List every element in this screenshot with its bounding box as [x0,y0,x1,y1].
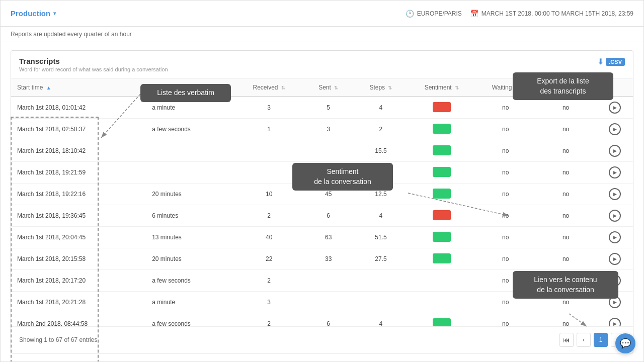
col-duration[interactable]: Duration ⇅ [146,79,236,97]
panel-header: Transcripts Word for word record of what… [11,51,633,79]
table-header-row: Start time ▲ Duration ⇅ Received ⇅ Sent … [11,79,633,97]
sentiment-badge-green [433,167,451,177]
cell-action: ▶ [597,119,633,140]
cell-start-time: March 1st 2018, 20:17:20 [11,270,146,292]
csv-label: .CSV [606,58,625,66]
table-row: March 1st 2018, 19:21:5937.5nono▶ [11,162,633,184]
cell-sentiment [407,270,476,292]
sort-icon: ⇅ [515,85,519,90]
cell-sentiment [407,140,476,162]
export-button[interactable]: ⬇ .CSV [597,57,625,66]
panel-title: Transcripts [19,57,168,65]
sentiment-badge-green [433,318,451,327]
play-button[interactable]: ▶ [609,188,621,200]
cell-received: 2 [236,205,302,227]
table-wrapper[interactable]: Start time ▲ Duration ⇅ Received ⇅ Sent … [11,79,633,326]
cell-start-time: March 1st 2018, 02:50:37 [11,119,146,140]
play-button[interactable]: ▶ [609,231,621,243]
timezone-label: EUROPE/PARIS [417,10,462,17]
table-row: March 1st 2018, 02:50:37a few seconds132… [11,119,633,140]
col-action [597,79,633,97]
play-button[interactable]: ▶ [609,275,621,287]
page-1-button[interactable]: 1 [594,333,608,347]
cell-sent [302,162,355,184]
col-handled[interactable]: Handled ⇅ [535,79,597,97]
cell-action: ▶ [597,248,633,270]
cell-waiting: no [476,119,535,140]
env-selector[interactable]: Production ▾ [11,9,56,18]
cell-received: 1 [236,119,302,140]
cell-waiting: no [476,184,535,205]
cell-sent [302,292,355,313]
play-button[interactable]: ▶ [609,210,621,222]
page-first-button[interactable]: ⏮ [559,333,574,347]
cell-handled: no [535,205,597,227]
cell-duration: a few seconds [146,119,236,140]
cell-handled: no [535,162,597,184]
table-row: March 1st 2018, 20:15:5820 minutes223327… [11,248,633,270]
cell-sentiment [407,313,476,327]
play-button[interactable]: ▶ [609,253,621,265]
play-button[interactable]: ▶ [609,102,621,114]
col-sent[interactable]: Sent ⇅ [302,79,355,97]
cell-sentiment [407,184,476,205]
table-footer: Showing 1 to 67 of 67 entries ⏮ ‹ 1 › [11,326,633,353]
cell-waiting: no [476,248,535,270]
play-button[interactable]: ▶ [609,318,621,326]
play-button[interactable]: ▶ [609,296,621,308]
table-row: March 1st 2018, 18:10:4215.5nono▶ [11,140,633,162]
col-start-time[interactable]: Start time ▲ [11,79,146,97]
cell-sentiment [407,227,476,248]
cell-waiting: no [476,313,535,327]
sentiment-badge-red [433,102,451,112]
chevron-down-icon: ▾ [53,11,56,16]
cell-start-time: March 1st 2018, 01:01:42 [11,97,146,119]
play-button[interactable]: ▶ [609,145,621,157]
col-waiting[interactable]: Waiting ⇅ [476,79,535,97]
cell-start-time: March 1st 2018, 19:36:45 [11,205,146,227]
cell-duration: a minute [146,292,236,313]
table-row: March 1st 2018, 19:36:456 minutes264nono… [11,205,633,227]
cell-steps [355,270,407,292]
cell-handled: no [535,292,597,313]
cell-received: 10 [236,184,302,205]
cell-steps [355,292,407,313]
cell-handled: no [535,227,597,248]
clock-icon: 🕐 [406,10,414,18]
cell-waiting: no [476,292,535,313]
cell-duration [146,162,236,184]
chat-bubble[interactable]: 💬 [615,333,635,353]
panel-title-section: Transcripts Word for word record of what… [19,57,168,72]
page-prev-button[interactable]: ‹ [577,333,591,347]
calendar-icon: 📅 [470,10,478,18]
cell-waiting: no [476,205,535,227]
cell-sent: 6 [302,313,355,327]
cell-sentiment [407,162,476,184]
col-sentiment[interactable]: Sentiment ⇅ [407,79,476,97]
date-range-label: MARCH 1ST 2018, 00:00 TO MARCH 15TH 2018… [481,10,633,17]
cell-received: 3 [236,97,302,119]
cell-steps: 37.5 [355,162,407,184]
col-steps[interactable]: Steps ⇅ [355,79,407,97]
cell-start-time: March 1st 2018, 20:04:45 [11,227,146,248]
cell-duration: a few seconds [146,313,236,327]
cell-received: 2 [236,313,302,327]
sentiment-badge-green [433,124,451,134]
col-received[interactable]: Received ⇅ [236,79,302,97]
panel-subtitle: Word for word record of what was said du… [19,66,168,72]
sort-icon: ⇅ [577,85,581,90]
cell-received [236,140,302,162]
cell-sent: 5 [302,97,355,119]
play-button[interactable]: ▶ [609,123,621,135]
sentiment-badge-green [433,232,451,242]
cell-steps: 4 [355,97,407,119]
download-icon: ⬇ [597,57,604,66]
cell-sentiment [407,292,476,313]
cell-start-time: March 1st 2018, 20:15:58 [11,248,146,270]
cell-steps: 27.5 [355,248,407,270]
cell-duration: 20 minutes [146,184,236,205]
cell-start-time: March 1st 2018, 19:22:16 [11,184,146,205]
table-row: March 1st 2018, 01:01:42a minute354nono▶ [11,97,633,119]
play-button[interactable]: ▶ [609,166,621,178]
sentiment-badge-green [433,253,451,263]
